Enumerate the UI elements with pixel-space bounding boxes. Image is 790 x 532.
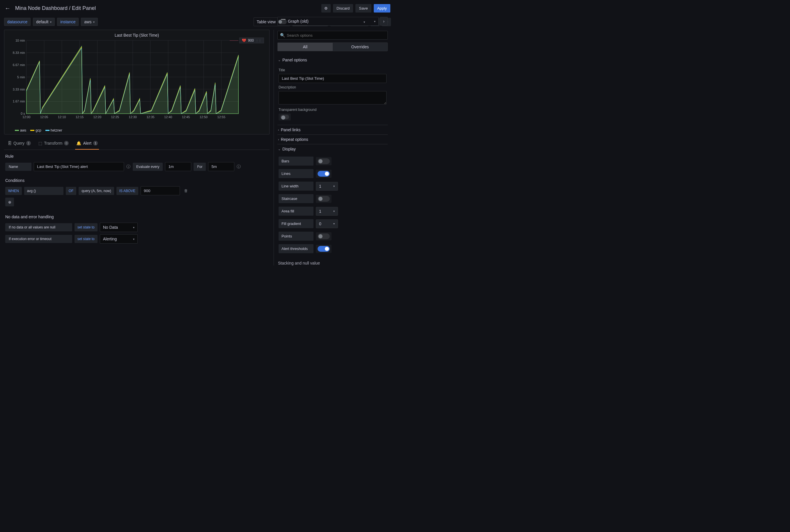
fill-gradient-select[interactable]: 0 ▾	[316, 220, 338, 228]
transparent-toggle[interactable]	[280, 115, 289, 119]
evaluate-every-input[interactable]	[165, 162, 191, 171]
plus-icon: ⊕	[8, 200, 11, 204]
nodata-state-select[interactable]: No Data ▾	[100, 223, 138, 232]
legend-label: hetzner	[51, 128, 62, 132]
evaluator-chip[interactable]: IS ABOVE	[116, 187, 138, 195]
table-view-label: Table view	[257, 19, 276, 24]
svg-text:12:50: 12:50	[200, 115, 208, 119]
discard-button[interactable]: Discard	[333, 4, 353, 13]
chevron-down-icon: ⌄	[278, 147, 281, 151]
datasource-var-value[interactable]: default ▾	[33, 18, 55, 26]
lines-toggle[interactable]	[318, 171, 330, 177]
error-label: If execution error or timeout	[5, 235, 72, 243]
bell-icon: 🔔	[76, 141, 81, 146]
database-icon: 🗄	[7, 141, 12, 146]
legend-item-aws[interactable]: aws	[15, 128, 26, 132]
legend-item-gcp[interactable]: gcp	[30, 128, 41, 132]
options-search[interactable]: 🔍	[277, 31, 388, 40]
tab-query[interactable]: 🗄 Query 1	[6, 138, 32, 150]
tab-label: Query	[13, 141, 24, 146]
instance-var-value[interactable]: aws ▾	[81, 18, 98, 26]
area-fill-select[interactable]: 1 ▾	[316, 207, 338, 216]
chevron-down-icon: ▾	[333, 210, 335, 213]
apply-button[interactable]: Apply	[374, 4, 390, 13]
threshold-input[interactable]	[140, 186, 180, 195]
datasource-value-text: default	[36, 19, 48, 24]
description-label: Description	[279, 85, 387, 89]
breadcrumb: Mina Node Dashboard / Edit Panel	[15, 5, 321, 11]
overrides-segment[interactable]: Overrides	[333, 43, 388, 51]
svg-text:0 s: 0 s	[21, 112, 25, 115]
legend-swatch-icon	[45, 130, 50, 131]
search-icon: 🔍	[280, 33, 285, 38]
save-button[interactable]: Save	[355, 4, 371, 13]
rule-name-input[interactable]	[34, 162, 124, 171]
staircase-toggle[interactable]	[318, 196, 330, 202]
back-arrow-icon[interactable]: ←	[5, 5, 11, 12]
all-overrides-segment: All Overrides	[277, 42, 388, 51]
chevron-down-icon: ▾	[333, 222, 335, 225]
line-width-label: Line width	[279, 182, 314, 191]
tab-label: Transform	[44, 141, 62, 146]
chevron-down-icon: ▾	[333, 185, 335, 188]
display-header[interactable]: ⌄ Display	[277, 144, 388, 154]
select-value: 0	[319, 222, 321, 226]
select-value: 1	[319, 184, 321, 189]
of-chip[interactable]: OF	[66, 187, 77, 195]
lines-label: Lines	[279, 169, 314, 178]
info-icon[interactable]: ⓘ	[126, 164, 130, 169]
select-value: 1	[319, 209, 321, 214]
svg-text:8.33 min: 8.33 min	[13, 51, 25, 54]
reducer-chip[interactable]: avg ()	[24, 187, 63, 195]
chevron-down-icon: ▾	[50, 20, 52, 23]
chart-svg: 10 min 8.33 min 6.67 min 5 min 3.33 min …	[6, 38, 267, 125]
add-condition-button[interactable]: ⊕	[5, 197, 14, 206]
query-chip[interactable]: query (A, 5m, now)	[79, 187, 114, 195]
for-label: For	[193, 163, 206, 171]
when-chip[interactable]: WHEN	[5, 187, 22, 195]
datasource-var-label[interactable]: datasource	[4, 18, 31, 26]
chart-title: Last Best Tip (Slot Time)	[6, 33, 267, 38]
svg-text:12:20: 12:20	[93, 115, 101, 119]
panel-description-input[interactable]	[279, 91, 387, 104]
svg-text:12:05: 12:05	[40, 115, 48, 119]
expand-options-button[interactable]: ›	[380, 17, 388, 25]
trash-icon: 🗑	[184, 189, 188, 193]
legend-label: aws	[20, 128, 26, 132]
line-width-select[interactable]: 1 ▾	[316, 182, 338, 191]
info-icon[interactable]: ⓘ	[237, 164, 241, 169]
for-input[interactable]	[208, 162, 234, 171]
stacking-header[interactable]: Stacking and null value	[277, 259, 388, 266]
section-label: Stacking and null value	[278, 261, 320, 265]
bars-toggle[interactable]	[318, 158, 330, 164]
tab-transform[interactable]: ⬚ Transform 0	[37, 138, 70, 150]
rule-heading: Rule	[5, 154, 268, 158]
staircase-label: Staircase	[279, 194, 314, 203]
panel-links-header[interactable]: › Panel links	[277, 125, 388, 135]
set-state-chip: set state to	[75, 223, 97, 231]
panel-title-input[interactable]	[279, 74, 387, 83]
instance-var-label[interactable]: instance	[57, 18, 79, 26]
repeat-options-header[interactable]: › Repeat options	[277, 135, 388, 144]
tab-count: 1	[93, 141, 98, 146]
panel-options-header[interactable]: ⌄ Panel options	[277, 55, 388, 64]
chevron-right-icon: ›	[383, 19, 384, 23]
toggle-icon	[278, 19, 287, 24]
section-label: Panel options	[282, 58, 307, 62]
legend-item-hetzner[interactable]: hetzner	[45, 128, 62, 132]
chart-legend: aws gcp hetzner	[6, 128, 267, 132]
chart-panel: Last Best Tip (Slot Time) 💔 900 ⋮⋮	[4, 30, 269, 134]
svg-text:12:15: 12:15	[76, 115, 83, 119]
gear-icon: ⚙	[324, 6, 328, 11]
settings-button[interactable]: ⚙	[321, 4, 331, 13]
delete-condition-button[interactable]: 🗑	[182, 187, 189, 195]
all-segment[interactable]: All	[278, 43, 333, 51]
error-state-select[interactable]: Alerting ▾	[100, 234, 138, 244]
points-toggle[interactable]	[318, 233, 330, 239]
instance-value-text: aws	[84, 19, 91, 24]
tab-alert[interactable]: 🔔 Alert 1	[75, 138, 99, 150]
section-label: Display	[282, 147, 296, 151]
legend-label: gcp	[36, 128, 41, 132]
options-search-input[interactable]	[287, 33, 385, 38]
alert-thresholds-toggle[interactable]	[318, 246, 330, 252]
